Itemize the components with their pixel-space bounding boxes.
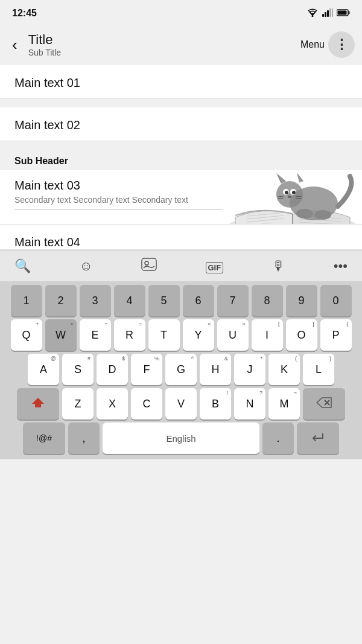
key-row-zxcv: Z X C V !B ?N ~M — [2, 388, 360, 419]
section-gap-1 — [0, 99, 362, 107]
enter-button[interactable] — [297, 422, 339, 454]
app-bar-actions: Menu ⋮ — [300, 31, 355, 58]
key-c[interactable]: C — [131, 388, 162, 419]
signal-icon — [322, 8, 333, 19]
back-button[interactable]: ‹ — [7, 33, 22, 57]
key-o[interactable]: ]O — [286, 319, 317, 351]
key-v[interactable]: V — [165, 388, 197, 419]
more-icon: ⋮ — [335, 37, 349, 53]
emoji-icon[interactable]: ☺ — [74, 256, 97, 276]
key-i[interactable]: [I — [252, 319, 283, 351]
key-j[interactable]: *J — [234, 354, 265, 385]
sub-header-text: Sub Header — [14, 156, 68, 166]
key-b[interactable]: !B — [200, 388, 231, 419]
comma-key[interactable]: , — [68, 422, 100, 454]
key-5[interactable]: 5 — [148, 285, 180, 316]
svg-rect-8 — [338, 10, 347, 14]
list-item-2-text: Main text 02 — [14, 118, 80, 132]
key-k[interactable]: (K — [268, 354, 300, 385]
sub-header: Sub Header — [0, 150, 362, 170]
menu-label[interactable]: Menu — [300, 39, 325, 50]
key-3[interactable]: 3 — [80, 285, 111, 316]
key-d[interactable]: $D — [97, 354, 128, 385]
battery-icon — [337, 9, 350, 18]
key-y[interactable]: <Y — [183, 319, 214, 351]
title-group: Title Sub Title — [28, 32, 300, 57]
section-gap-2 — [0, 141, 362, 150]
cat-illustration — [223, 170, 362, 225]
period-label: . — [276, 432, 279, 445]
svg-rect-34 — [142, 258, 156, 270]
svg-rect-7 — [349, 11, 350, 14]
key-4[interactable]: 4 — [114, 285, 145, 316]
svg-rect-4 — [329, 8, 331, 17]
key-m[interactable]: ~M — [268, 388, 300, 419]
spacebar-label: English — [166, 433, 195, 444]
list-item-4[interactable]: Main text 04 — [0, 225, 362, 250]
key-p[interactable]: {P — [320, 319, 352, 351]
gif-icon[interactable]: GIF — [201, 256, 229, 276]
svg-point-32 — [296, 209, 313, 218]
mic-icon[interactable]: 🎙 — [267, 256, 290, 276]
svg-rect-2 — [325, 12, 326, 17]
key-1[interactable]: 1 — [11, 285, 42, 316]
key-9[interactable]: 9 — [286, 285, 317, 316]
list-item-1-text: Main text 01 — [14, 76, 80, 89]
spacebar[interactable]: English — [103, 422, 259, 454]
svg-point-33 — [314, 210, 331, 220]
keyboard: 1 2 3 4 5 6 7 8 9 0 +Q ×W ÷E =R T <Y >U … — [0, 281, 362, 459]
svg-point-25 — [285, 191, 288, 194]
list-item-3[interactable]: Main text 03 Secondary text Secondary te… — [0, 170, 362, 225]
comma-label: , — [82, 432, 85, 445]
wifi-icon — [306, 8, 319, 19]
key-a[interactable]: @A — [28, 354, 59, 385]
list-item-1[interactable]: Main text 01 — [0, 65, 362, 99]
key-q[interactable]: +Q — [11, 319, 42, 351]
period-key[interactable]: . — [262, 422, 294, 454]
key-2[interactable]: 2 — [45, 285, 77, 316]
status-time: 12:45 — [12, 8, 37, 19]
enter-icon — [311, 431, 325, 446]
key-h[interactable]: &H — [200, 354, 231, 385]
content-area: Main text 01 Main text 02 Sub Header Mai… — [0, 65, 362, 250]
svg-rect-5 — [332, 8, 333, 17]
key-row-numbers: 1 2 3 4 5 6 7 8 9 0 — [2, 285, 360, 316]
key-x[interactable]: X — [97, 388, 128, 419]
key-r[interactable]: =R — [114, 319, 145, 351]
list-item-2[interactable]: Main text 02 — [0, 107, 362, 141]
app-bar: ‹ Title Sub Title Menu ⋮ — [0, 24, 362, 65]
key-s[interactable]: #S — [62, 354, 94, 385]
key-t[interactable]: T — [148, 319, 180, 351]
key-row-bottom: !@# , English . — [2, 422, 360, 454]
key-e[interactable]: ÷E — [80, 319, 111, 351]
key-0[interactable]: 0 — [320, 285, 352, 316]
svg-point-35 — [145, 261, 148, 265]
key-7[interactable]: 7 — [217, 285, 249, 316]
symbols-label: !@# — [36, 433, 52, 443]
svg-point-0 — [312, 15, 314, 17]
key-row-qwerty: +Q ×W ÷E =R T <Y >U [I ]O {P — [2, 319, 360, 351]
more-toolbar-icon[interactable]: ••• — [329, 256, 352, 276]
shift-icon — [31, 396, 45, 412]
key-n[interactable]: ?N — [234, 388, 265, 419]
svg-point-18 — [276, 181, 303, 208]
key-z[interactable]: Z — [62, 388, 94, 419]
key-6[interactable]: 6 — [183, 285, 214, 316]
key-l[interactable]: )L — [303, 354, 334, 385]
key-g[interactable]: ^G — [165, 354, 197, 385]
backspace-icon — [316, 397, 332, 411]
svg-rect-3 — [327, 10, 329, 17]
search-toolbar-icon[interactable]: 🔍 — [10, 256, 36, 276]
key-u[interactable]: >U — [217, 319, 249, 351]
key-f[interactable]: %F — [131, 354, 162, 385]
key-w[interactable]: ×W — [45, 319, 77, 351]
sticker-icon[interactable] — [136, 255, 162, 277]
svg-marker-36 — [32, 398, 44, 407]
key-row-asdf: @A #S $D %F ^G &H *J (K )L — [2, 354, 360, 385]
status-icons — [306, 8, 350, 19]
more-button[interactable]: ⋮ — [328, 31, 355, 58]
shift-button[interactable] — [17, 388, 59, 419]
symbols-button[interactable]: !@# — [23, 422, 65, 454]
key-8[interactable]: 8 — [252, 285, 283, 316]
backspace-button[interactable] — [303, 388, 345, 419]
